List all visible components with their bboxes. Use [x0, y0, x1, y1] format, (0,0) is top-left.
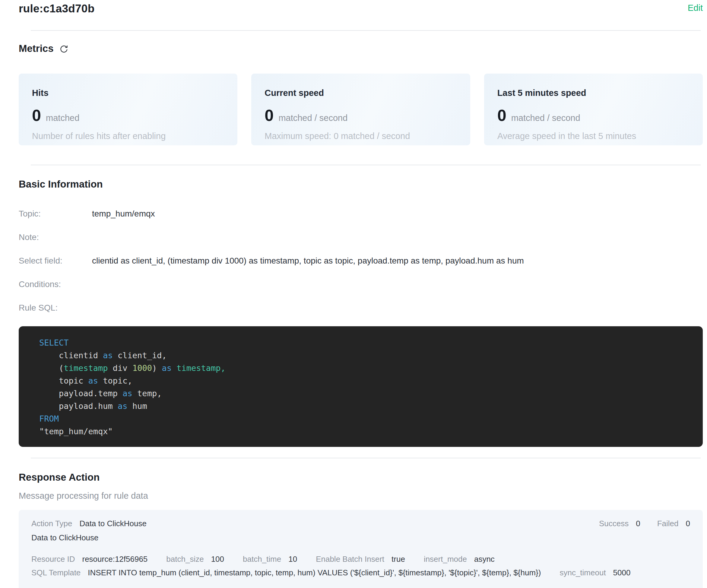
basic-information-rows: Topic:temp_hum/emqxNote:Select field:cli…: [19, 209, 703, 313]
action-type: Action Type Data to ClickHouse: [31, 519, 146, 528]
refresh-icon[interactable]: [59, 44, 69, 54]
action-param: insert_modeasync: [424, 555, 495, 564]
metric-card: Hits0matchedNumber of rules hits after e…: [19, 74, 237, 145]
section-divider: [31, 165, 701, 165]
info-row: Conditions:: [19, 279, 703, 289]
action-param-label: sync_timeout: [560, 568, 606, 578]
metric-value-row: 0matched: [32, 107, 224, 123]
info-row-value: temp_hum/emqx: [92, 209, 155, 219]
page-header: rule:c1a3d70b Edit: [19, 0, 703, 15]
failed-stat-label: Failed: [657, 519, 679, 528]
response-action-subtitle: Message processing for rule data: [19, 491, 703, 501]
action-param-value: 5000: [613, 568, 631, 578]
metric-card-title: Current speed: [265, 88, 457, 98]
action-param-label: batch_time: [243, 555, 281, 564]
action-param: Enable Batch Inserttrue: [316, 555, 405, 564]
basic-information-section: Basic Information Topic:temp_hum/emqxNot…: [19, 178, 703, 447]
success-stat: Success0: [599, 519, 640, 528]
success-stat-label: Success: [599, 519, 629, 528]
action-param-value: 100: [211, 555, 224, 564]
action-type-value: Data to ClickHouse: [79, 519, 146, 528]
metric-unit: matched / second: [511, 113, 580, 123]
section-divider: [31, 30, 701, 31]
info-row-label: Note:: [19, 232, 92, 242]
action-name: Data to ClickHouse: [31, 533, 690, 543]
metric-unit: matched / second: [278, 113, 347, 123]
rule-detail-page: { "header": { "title": "rule:c1a3d70b", …: [0, 0, 707, 588]
sql-code-line: payload.temp as temp,: [39, 387, 703, 400]
basic-information-heading: Basic Information: [19, 178, 703, 190]
metric-description: Number of rules hits after enabling: [32, 131, 224, 141]
rule-sql-code-block: SELECT clientid as client_id, (timestamp…: [19, 326, 703, 447]
info-row-label: Conditions:: [19, 279, 92, 289]
action-params-row: SQL TemplateINSERT INTO temp_hum (client…: [31, 568, 690, 578]
action-card: Action Type Data to ClickHouse Success0F…: [19, 510, 703, 588]
info-row: Topic:temp_hum/emqx: [19, 209, 703, 219]
info-row: Note:: [19, 232, 703, 242]
action-param-label: insert_mode: [424, 555, 467, 564]
metric-description: Maximum speed: 0 matched / second: [265, 131, 457, 141]
sql-code-line: topic as topic,: [39, 375, 703, 387]
action-param-label: batch_size: [166, 555, 204, 564]
action-param-label: Enable Batch Insert: [316, 555, 384, 564]
sql-code-line: clientid as client_id,: [39, 349, 703, 362]
page-title: rule:c1a3d70b: [19, 2, 94, 15]
info-row-value: clientid as client_id, (timestamp div 10…: [92, 256, 524, 266]
success-stat-value: 0: [636, 519, 640, 528]
response-action-section: Response Action Message processing for r…: [19, 472, 703, 588]
action-params-row: Resource IDresource:12f56965batch_size10…: [31, 555, 690, 564]
metric-value: 0: [497, 107, 506, 123]
action-param: batch_size100: [166, 555, 224, 564]
info-row: Select field:clientid as client_id, (tim…: [19, 256, 703, 266]
action-param: Resource IDresource:12f56965: [31, 555, 147, 564]
metric-value-row: 0matched / second: [265, 107, 457, 123]
info-row-label: Rule SQL:: [19, 303, 92, 313]
info-row-label: Select field:: [19, 256, 92, 266]
metric-unit: matched: [46, 113, 79, 123]
info-row: Rule SQL:: [19, 303, 703, 313]
edit-link[interactable]: Edit: [688, 2, 703, 13]
action-param: batch_time10: [243, 555, 297, 564]
metric-value: 0: [265, 107, 274, 123]
sql-code-line: FROM: [39, 413, 703, 425]
sql-code-line: "temp_hum/emqx": [39, 425, 703, 438]
metrics-heading: Metrics: [19, 43, 54, 54]
metric-cards: Hits0matchedNumber of rules hits after e…: [19, 74, 703, 145]
action-param: sync_timeout5000: [560, 568, 630, 578]
metric-description: Average speed in the last 5 minutes: [497, 131, 689, 141]
sql-code-line: SELECT: [39, 337, 703, 349]
action-type-label: Action Type: [31, 519, 72, 528]
content: rule:c1a3d70b Edit Metrics Hits0matchedN…: [0, 0, 707, 588]
metric-card: Current speed0matched / secondMaximum sp…: [251, 74, 470, 145]
action-param-value: resource:12f56965: [82, 555, 148, 564]
metrics-section: Metrics Hits0matchedNumber of rules hits…: [19, 43, 703, 145]
action-param-value: true: [392, 555, 405, 564]
info-row-label: Topic:: [19, 209, 92, 219]
action-param-label: SQL Template: [31, 568, 80, 578]
metric-value-row: 0matched / second: [497, 107, 689, 123]
metric-card-title: Hits: [32, 88, 224, 98]
action-param-label: Resource ID: [31, 555, 75, 564]
response-action-heading: Response Action: [19, 472, 703, 483]
action-param: SQL TemplateINSERT INTO temp_hum (client…: [31, 568, 541, 578]
metrics-title-row: Metrics: [19, 43, 703, 54]
sql-code-line: payload.hum as hum: [39, 400, 703, 413]
action-card-top-row: Action Type Data to ClickHouse Success0F…: [31, 519, 690, 528]
action-stats: Success0Failed0: [599, 519, 690, 528]
sql-code-line: (timestamp div 1000) as timestamp,: [39, 362, 703, 375]
action-param-value: 10: [288, 555, 297, 564]
failed-stat-value: 0: [686, 519, 690, 528]
metric-card-title: Last 5 minutes speed: [497, 88, 689, 98]
action-param-value: INSERT INTO temp_hum (client_id, timesta…: [88, 568, 541, 578]
metric-card: Last 5 minutes speed0matched / secondAve…: [484, 74, 703, 145]
section-divider: [31, 458, 701, 458]
metric-value: 0: [32, 107, 41, 123]
action-param-value: async: [474, 555, 495, 564]
failed-stat: Failed0: [657, 519, 690, 528]
